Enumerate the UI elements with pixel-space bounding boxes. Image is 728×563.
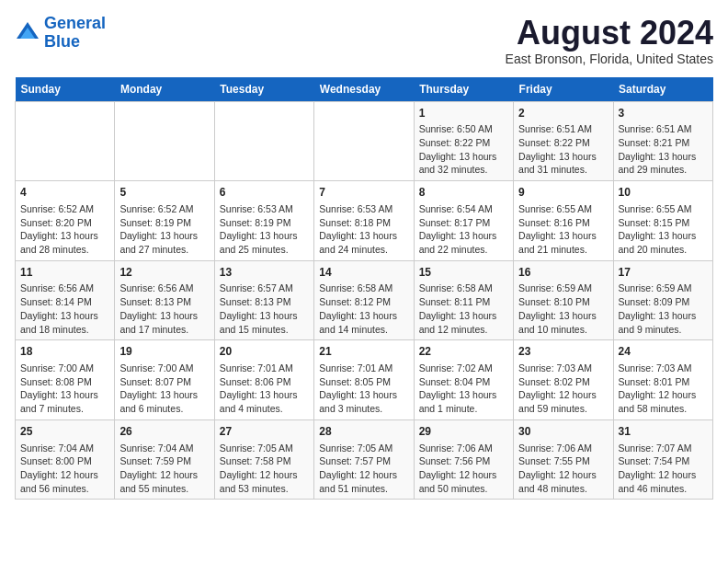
day-info: Sunrise: 7:04 AM Sunset: 8:00 PM Dayligh… — [20, 442, 109, 496]
day-number: 18 — [20, 344, 109, 360]
day-number: 14 — [319, 265, 408, 281]
calendar-cell: 13Sunrise: 6:57 AM Sunset: 8:13 PM Dayli… — [214, 260, 313, 340]
day-number: 12 — [119, 265, 209, 281]
day-info: Sunrise: 7:00 AM Sunset: 8:07 PM Dayligh… — [119, 362, 209, 416]
day-info: Sunrise: 7:06 AM Sunset: 7:56 PM Dayligh… — [419, 442, 508, 496]
calendar-cell: 7Sunrise: 6:53 AM Sunset: 8:18 PM Daylig… — [314, 181, 414, 261]
logo-text: General Blue — [44, 15, 106, 52]
logo-line2: Blue — [44, 32, 80, 51]
day-number: 1 — [419, 106, 508, 121]
day-info: Sunrise: 7:00 AM Sunset: 8:08 PM Dayligh… — [20, 362, 109, 416]
day-number: 13 — [220, 265, 309, 281]
day-number: 30 — [518, 424, 608, 440]
calendar-cell: 28Sunrise: 7:05 AM Sunset: 7:57 PM Dayli… — [314, 419, 414, 500]
calendar-cell: 5Sunrise: 6:52 AM Sunset: 8:19 PM Daylig… — [115, 181, 214, 261]
calendar-cell: 25Sunrise: 7:04 AM Sunset: 8:00 PM Dayli… — [16, 419, 115, 500]
calendar-cell: 29Sunrise: 7:06 AM Sunset: 7:56 PM Dayli… — [414, 419, 513, 500]
calendar-cell: 10Sunrise: 6:55 AM Sunset: 8:15 PM Dayli… — [613, 181, 712, 261]
weekday-header: Tuesday — [214, 77, 313, 102]
day-info: Sunrise: 7:05 AM Sunset: 7:57 PM Dayligh… — [319, 442, 408, 496]
calendar-cell: 23Sunrise: 7:03 AM Sunset: 8:02 PM Dayli… — [514, 340, 613, 420]
day-number: 9 — [518, 185, 608, 201]
weekday-header: Wednesday — [314, 77, 414, 102]
calendar-cell: 8Sunrise: 6:54 AM Sunset: 8:17 PM Daylig… — [414, 181, 513, 261]
calendar-week-row: 1Sunrise: 6:50 AM Sunset: 8:22 PM Daylig… — [16, 101, 713, 181]
weekday-header: Thursday — [414, 77, 513, 102]
day-info: Sunrise: 7:02 AM Sunset: 8:04 PM Dayligh… — [419, 362, 508, 416]
calendar-week-row: 4Sunrise: 6:52 AM Sunset: 8:20 PM Daylig… — [16, 181, 713, 261]
calendar-cell: 22Sunrise: 7:02 AM Sunset: 8:04 PM Dayli… — [414, 340, 513, 420]
day-info: Sunrise: 7:03 AM Sunset: 8:02 PM Dayligh… — [518, 362, 608, 416]
calendar-week-row: 11Sunrise: 6:56 AM Sunset: 8:14 PM Dayli… — [16, 260, 713, 340]
day-number: 16 — [518, 265, 608, 281]
day-number: 11 — [20, 265, 109, 281]
calendar-cell: 21Sunrise: 7:01 AM Sunset: 8:05 PM Dayli… — [314, 340, 414, 420]
logo: General Blue — [15, 15, 106, 52]
page-header: General Blue August 2024 East Bronson, F… — [15, 15, 713, 66]
day-info: Sunrise: 6:59 AM Sunset: 8:09 PM Dayligh… — [619, 282, 708, 336]
day-number: 31 — [619, 424, 708, 440]
calendar-cell: 3Sunrise: 6:51 AM Sunset: 8:21 PM Daylig… — [613, 101, 712, 181]
weekday-header: Friday — [514, 77, 613, 102]
day-info: Sunrise: 6:55 AM Sunset: 8:15 PM Dayligh… — [619, 202, 708, 257]
day-number: 26 — [119, 424, 209, 440]
title-block: August 2024 East Bronson, Florida, Unite… — [506, 15, 713, 66]
calendar-cell: 16Sunrise: 6:59 AM Sunset: 8:10 PM Dayli… — [514, 260, 613, 340]
day-number: 23 — [518, 344, 608, 360]
day-number: 19 — [119, 344, 209, 360]
calendar-cell: 12Sunrise: 6:56 AM Sunset: 8:13 PM Dayli… — [115, 260, 214, 340]
calendar-week-row: 18Sunrise: 7:00 AM Sunset: 8:08 PM Dayli… — [16, 340, 713, 420]
day-info: Sunrise: 6:55 AM Sunset: 8:16 PM Dayligh… — [518, 202, 608, 257]
day-number: 8 — [419, 185, 508, 201]
calendar-cell: 1Sunrise: 6:50 AM Sunset: 8:22 PM Daylig… — [414, 101, 513, 181]
day-number: 27 — [220, 424, 309, 440]
weekday-header: Saturday — [613, 77, 712, 102]
logo-icon — [15, 20, 40, 46]
day-number: 7 — [319, 185, 408, 201]
day-info: Sunrise: 6:56 AM Sunset: 8:14 PM Dayligh… — [20, 282, 109, 336]
calendar-cell: 18Sunrise: 7:00 AM Sunset: 8:08 PM Dayli… — [16, 340, 115, 420]
day-info: Sunrise: 6:58 AM Sunset: 8:11 PM Dayligh… — [419, 282, 508, 336]
calendar-cell: 20Sunrise: 7:01 AM Sunset: 8:06 PM Dayli… — [214, 340, 313, 420]
day-number: 28 — [319, 424, 408, 440]
calendar-week-row: 25Sunrise: 7:04 AM Sunset: 8:00 PM Dayli… — [16, 419, 713, 500]
day-info: Sunrise: 6:52 AM Sunset: 8:19 PM Dayligh… — [119, 202, 209, 257]
day-info: Sunrise: 6:53 AM Sunset: 8:18 PM Dayligh… — [319, 202, 408, 257]
day-info: Sunrise: 7:04 AM Sunset: 7:59 PM Dayligh… — [119, 442, 209, 496]
day-info: Sunrise: 6:52 AM Sunset: 8:20 PM Dayligh… — [20, 202, 109, 257]
day-info: Sunrise: 6:53 AM Sunset: 8:19 PM Dayligh… — [220, 202, 309, 257]
calendar-cell — [115, 101, 214, 181]
day-info: Sunrise: 6:57 AM Sunset: 8:13 PM Dayligh… — [220, 282, 309, 336]
month-title: August 2024 — [506, 15, 713, 52]
calendar-cell: 2Sunrise: 6:51 AM Sunset: 8:22 PM Daylig… — [514, 101, 613, 181]
logo-line1: General — [44, 14, 106, 32]
day-info: Sunrise: 6:51 AM Sunset: 8:21 PM Dayligh… — [619, 122, 708, 177]
calendar-cell: 27Sunrise: 7:05 AM Sunset: 7:58 PM Dayli… — [214, 419, 313, 500]
day-info: Sunrise: 7:07 AM Sunset: 7:54 PM Dayligh… — [619, 442, 708, 496]
day-info: Sunrise: 6:54 AM Sunset: 8:17 PM Dayligh… — [419, 202, 508, 257]
day-info: Sunrise: 6:51 AM Sunset: 8:22 PM Dayligh… — [518, 122, 608, 177]
day-number: 25 — [20, 424, 109, 440]
location: East Bronson, Florida, United States — [506, 52, 713, 66]
calendar-cell: 15Sunrise: 6:58 AM Sunset: 8:11 PM Dayli… — [414, 260, 513, 340]
calendar-cell — [214, 101, 313, 181]
day-info: Sunrise: 6:59 AM Sunset: 8:10 PM Dayligh… — [518, 282, 608, 336]
weekday-header: Sunday — [16, 77, 115, 102]
day-number: 21 — [319, 344, 408, 360]
calendar-cell — [314, 101, 414, 181]
day-number: 20 — [220, 344, 309, 360]
day-number: 17 — [619, 265, 708, 281]
calendar-cell: 11Sunrise: 6:56 AM Sunset: 8:14 PM Dayli… — [16, 260, 115, 340]
day-info: Sunrise: 7:05 AM Sunset: 7:58 PM Dayligh… — [220, 442, 309, 496]
day-number: 5 — [119, 185, 209, 201]
calendar-cell — [16, 101, 115, 181]
day-info: Sunrise: 7:01 AM Sunset: 8:06 PM Dayligh… — [220, 362, 309, 416]
calendar-cell: 26Sunrise: 7:04 AM Sunset: 7:59 PM Dayli… — [115, 419, 214, 500]
day-info: Sunrise: 7:03 AM Sunset: 8:01 PM Dayligh… — [619, 362, 708, 416]
weekday-header-row: SundayMondayTuesdayWednesdayThursdayFrid… — [16, 77, 713, 102]
calendar-cell: 24Sunrise: 7:03 AM Sunset: 8:01 PM Dayli… — [613, 340, 712, 420]
day-number: 6 — [220, 185, 309, 201]
day-number: 10 — [619, 185, 708, 201]
calendar-cell: 9Sunrise: 6:55 AM Sunset: 8:16 PM Daylig… — [514, 181, 613, 261]
calendar-cell: 30Sunrise: 7:06 AM Sunset: 7:55 PM Dayli… — [514, 419, 613, 500]
